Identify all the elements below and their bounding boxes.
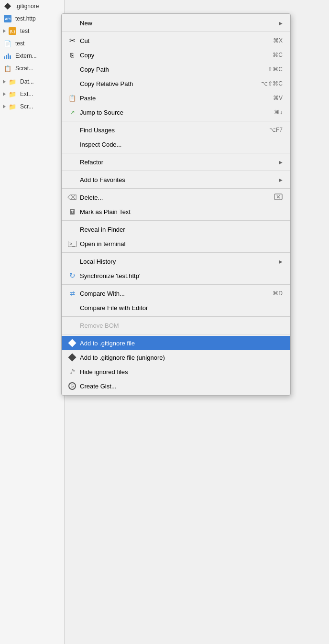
terminal-icon: >_ — [67, 239, 77, 248]
menu-item-copy[interactable]: ⎘ Copy ⌘C — [62, 48, 290, 62]
menu-item-new[interactable]: New ▶ — [62, 16, 290, 30]
copy-rel-shortcut: ⌥⇧⌘C — [261, 80, 283, 87]
menu-item-delete[interactable]: ⌫ Delete... — [62, 190, 290, 204]
chart-icon — [3, 51, 12, 61]
menu-item-new-label: New — [80, 20, 279, 27]
menu-item-find-usages[interactable]: Find Usages ⌥F7 — [62, 123, 290, 137]
sidebar-item-scr[interactable]: 📁 Scr... — [0, 100, 64, 113]
sidebar-item-test-file[interactable]: 📄 test — [0, 37, 64, 50]
menu-item-open-terminal[interactable]: >_ Open in terminal — [62, 236, 290, 251]
menu-item-local-history[interactable]: Local History ▶ — [62, 254, 290, 268]
sidebar-item-ext[interactable]: 📁 Ext... — [0, 88, 64, 100]
inspect-icon — [67, 140, 77, 149]
jump-icon: ↗ — [67, 107, 77, 117]
menu-item-history-label: Local History — [80, 258, 279, 265]
menu-item-remove-bom[interactable]: Remove BOM — [62, 318, 290, 333]
expand-icon — [3, 105, 6, 108]
sidebar-item-label: Dat... — [20, 78, 34, 85]
separator — [62, 220, 290, 221]
menu-item-hide-ignored-label: Hide ignored files — [80, 368, 283, 376]
menu-item-copy-relative-path[interactable]: Copy Relative Path ⌥⇧⌘C — [62, 76, 290, 91]
menu-item-refactor[interactable]: Refactor ▶ — [62, 155, 290, 169]
sidebar-item-label: test — [15, 40, 24, 47]
menu-item-add-gitignore-unignore[interactable]: Add to .gitignore file (unignore) — [62, 350, 290, 365]
sidebar-item-external[interactable]: Extern... — [0, 50, 64, 62]
menu-item-hide-ignored[interactable]: .i* Hide ignored files — [62, 365, 290, 379]
menu-item-cut[interactable]: ✂ Cut ⌘X — [62, 33, 290, 48]
diamond-icon — [67, 338, 77, 348]
menu-item-create-gist[interactable]: G Create Gist... — [62, 379, 290, 393]
menu-item-jump-label: Jump to Source — [80, 109, 264, 116]
separator — [62, 153, 290, 153]
expand-icon — [3, 92, 6, 96]
sidebar-item-test-http[interactable]: API test.http — [0, 12, 64, 25]
sync-icon: ↻ — [67, 271, 77, 280]
scratch-icon: 📋 — [3, 64, 12, 73]
scissors-icon: ✂ — [67, 36, 77, 45]
menu-item-compare-editor[interactable]: Compare File with Editor — [62, 301, 290, 315]
copy-icon: ⎘ — [67, 50, 77, 60]
menu-item-mark-label: Mark as Plain Text — [80, 208, 283, 215]
sidebar-item-test-template[interactable]: {L} test — [0, 25, 64, 37]
menu-item-find-label: Find Usages — [80, 127, 260, 134]
menu-item-copy-path[interactable]: Copy Path ⇧⌘C — [62, 62, 290, 76]
menu-item-paste[interactable]: 📋 Paste ⌘V — [62, 91, 290, 105]
diamond-icon — [3, 1, 12, 11]
sidebar-item-label: Ext... — [20, 91, 33, 97]
file-icon: 📄 — [3, 39, 12, 48]
bom-icon — [67, 321, 77, 330]
submenu-arrow: ▶ — [279, 160, 283, 165]
copy-path-icon — [67, 64, 77, 74]
separator — [62, 121, 290, 121]
menu-item-add-to-favorites[interactable]: Add to Favorites ▶ — [62, 172, 290, 187]
expand-icon — [3, 29, 6, 33]
context-menu: New ▶ ✂ Cut ⌘X ⎘ Copy ⌘C Copy Path ⇧⌘C C… — [61, 13, 291, 396]
sidebar-item-scratch[interactable]: 📋 Scrat... — [0, 62, 64, 75]
folder-icon: 📁 — [8, 89, 17, 99]
refactor-icon — [67, 157, 77, 167]
sidebar: .gitignore API test.http {L} test 📄 test… — [0, 0, 65, 644]
find-icon — [67, 125, 77, 135]
compare-icon: ⇄ — [67, 289, 77, 298]
sidebar-item-label: test.http — [15, 15, 36, 22]
template-icon: {L} — [8, 26, 17, 36]
folder-icon: 📁 — [8, 77, 17, 86]
expand-icon — [3, 80, 6, 84]
menu-item-add-gitignore[interactable]: Add to .gitignore file — [62, 336, 290, 350]
jump-shortcut: ⌘↓ — [274, 109, 283, 116]
menu-item-bom-label: Remove BOM — [80, 322, 283, 329]
diamond-icon — [67, 353, 77, 362]
menu-item-inspect-label: Inspect Code... — [80, 141, 283, 148]
menu-item-compare-with[interactable]: ⇄ Compare With... ⌘D — [62, 286, 290, 301]
history-icon — [67, 257, 77, 266]
compare-shortcut: ⌘D — [273, 290, 283, 297]
menu-item-favorites-label: Add to Favorites — [80, 176, 279, 183]
menu-item-compare-editor-label: Compare File with Editor — [80, 304, 283, 311]
separator — [62, 252, 290, 253]
sidebar-item-label: Scrat... — [15, 65, 33, 72]
copy-shortcut: ⌘C — [273, 52, 283, 58]
menu-item-copy-path-label: Copy Path — [80, 66, 258, 73]
menu-item-create-gist-label: Create Gist... — [80, 383, 283, 390]
separator — [62, 316, 290, 317]
menu-item-compare-label: Compare With... — [80, 290, 263, 297]
separator — [62, 188, 290, 189]
cut-shortcut: ⌘X — [273, 37, 283, 44]
mark-icon: T — [67, 207, 77, 216]
menu-item-gitignore-unignore-label: Add to .gitignore file (unignore) — [80, 354, 283, 361]
menu-item-inspect-code[interactable]: Inspect Code... — [62, 137, 290, 151]
menu-item-copy-label: Copy — [80, 52, 263, 59]
sidebar-item-label: Extern... — [15, 53, 37, 59]
sidebar-item-label: test — [20, 28, 29, 34]
menu-item-gitignore-label: Add to .gitignore file — [80, 340, 283, 347]
menu-item-mark-plain-text[interactable]: T Mark as Plain Text — [62, 204, 290, 219]
reveal-icon — [67, 225, 77, 234]
menu-item-jump-to-source[interactable]: ↗ Jump to Source ⌘↓ — [62, 105, 290, 119]
sidebar-item-dat[interactable]: 📁 Dat... — [0, 75, 64, 88]
sidebar-item-label: Scr... — [20, 103, 33, 110]
menu-item-synchronize[interactable]: ↻ Synchronize 'test.http' — [62, 268, 290, 283]
sidebar-item-gitignore[interactable]: .gitignore — [0, 0, 64, 12]
menu-item-reveal-finder[interactable]: Reveal in Finder — [62, 222, 290, 236]
compare-editor-icon — [67, 303, 77, 312]
dotstar-icon: .i* — [67, 367, 77, 376]
